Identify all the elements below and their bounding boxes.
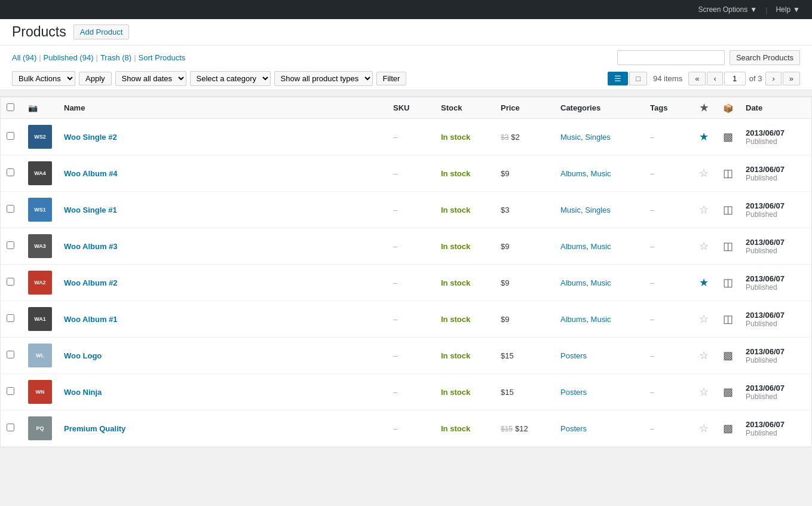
product-name-link[interactable]: Woo Album #4 [64, 169, 118, 178]
stock-status: In stock [441, 242, 470, 251]
featured-star-icon[interactable]: ☆ [699, 204, 709, 216]
row-checkbox[interactable] [7, 278, 14, 286]
filter-button[interactable]: Filter [376, 72, 407, 85]
product-name-link[interactable]: Woo Album #1 [64, 315, 118, 324]
product-type-filter-select[interactable]: Show all product types [274, 71, 373, 86]
row-featured-cell[interactable]: ★ [692, 265, 716, 301]
row-checkbox[interactable] [7, 241, 14, 249]
row-sku-cell: – [387, 410, 435, 447]
row-categories-cell: Music, Singles [554, 119, 644, 155]
featured-star-icon[interactable]: ☆ [699, 313, 709, 325]
category-link[interactable]: Albums [560, 169, 586, 178]
search-input[interactable] [617, 50, 725, 65]
row-featured-cell[interactable]: ☆ [692, 192, 716, 228]
row-checkbox[interactable] [7, 387, 14, 395]
bulk-actions-select[interactable]: Bulk Actions Delete Edit [12, 71, 75, 86]
category-link[interactable]: Singles [585, 133, 611, 142]
row-featured-cell[interactable]: ★ [692, 119, 716, 155]
featured-star-icon[interactable]: ☆ [699, 349, 709, 361]
row-price-cell: $9 [495, 301, 554, 338]
filter-trash-link[interactable]: Trash (8) [100, 53, 131, 62]
category-link[interactable]: Music [591, 169, 611, 178]
row-checkbox[interactable] [7, 351, 14, 358]
row-featured-cell[interactable]: ☆ [692, 338, 716, 374]
select-all-checkbox[interactable] [7, 103, 14, 111]
grid-view-button[interactable]: □ [629, 72, 647, 85]
list-view-button[interactable]: ☰ [608, 72, 628, 85]
row-type-cell: ◫ [716, 228, 740, 265]
prev-page-button[interactable]: ‹ [707, 72, 722, 85]
category-link[interactable]: Albums [560, 278, 586, 287]
category-filter-select[interactable]: Select a category [190, 71, 271, 86]
sku-sort-link[interactable]: SKU [393, 103, 409, 112]
category-link[interactable]: Music [560, 133, 581, 142]
category-link[interactable]: Music [591, 278, 611, 287]
price-sort-link[interactable]: Price [501, 103, 520, 112]
row-checkbox-cell [1, 338, 22, 374]
product-date: 2013/06/07 [746, 274, 805, 283]
row-name-cell: Woo Single #1 Edit | Quick Edit | Trash … [58, 192, 387, 228]
row-featured-cell[interactable]: ☆ [692, 301, 716, 338]
category-link[interactable]: Music [591, 242, 611, 251]
category-link[interactable]: Albums [560, 315, 586, 324]
help-button[interactable]: Help ▼ [771, 3, 805, 16]
featured-star-icon[interactable]: ☆ [699, 167, 709, 179]
name-sort-link[interactable]: Name [64, 103, 85, 112]
date-sort-link[interactable]: Date [746, 103, 762, 112]
apply-button[interactable]: Apply [79, 72, 112, 85]
page-title: Products [12, 24, 66, 40]
row-checkbox[interactable] [7, 132, 14, 140]
row-checkbox[interactable] [7, 168, 14, 176]
product-status: Published [746, 174, 805, 182]
screen-options-button[interactable]: Screen Options ▼ [693, 3, 762, 16]
next-page-button[interactable]: › [765, 72, 781, 85]
row-checkbox[interactable] [7, 205, 14, 213]
featured-star-icon[interactable]: ☆ [699, 422, 709, 434]
featured-star-icon[interactable]: ☆ [699, 240, 709, 252]
product-name-link[interactable]: Premium Quality [64, 424, 125, 433]
table-row: WA3 Woo Album #3 Edit | Quick Edit | Tra… [1, 228, 811, 265]
product-name-link[interactable]: Woo Ninja [64, 388, 102, 397]
sort-products-link[interactable]: Sort Products [139, 53, 186, 62]
featured-star-icon[interactable]: ★ [699, 131, 709, 143]
row-stock-cell: In stock [435, 119, 495, 155]
category-link[interactable]: Posters [560, 351, 587, 360]
category-link[interactable]: Music [560, 206, 581, 214]
search-products-button[interactable]: Search Products [730, 50, 800, 65]
row-featured-cell[interactable]: ☆ [692, 374, 716, 410]
row-featured-cell[interactable]: ☆ [692, 228, 716, 265]
category-link[interactable]: Music [591, 315, 611, 324]
category-link[interactable]: Albums [560, 242, 586, 251]
featured-star-icon[interactable]: ★ [699, 277, 709, 289]
row-sku-cell: – [387, 119, 435, 155]
product-name-link[interactable]: Woo Album #3 [64, 242, 118, 251]
filter-published-link[interactable]: Published (94) [44, 53, 94, 62]
stock-status: In stock [441, 169, 470, 178]
add-product-button[interactable]: Add Product [73, 24, 130, 39]
product-name-link[interactable]: Woo Single #1 [64, 206, 117, 214]
first-page-button[interactable]: « [688, 72, 706, 85]
row-checkbox[interactable] [7, 314, 14, 322]
product-status: Published [746, 392, 805, 401]
product-name-link[interactable]: Woo Logo [64, 351, 102, 360]
product-type-icon: ▩ [723, 386, 733, 398]
product-type-icon: ◫ [723, 313, 733, 325]
featured-star-icon[interactable]: ☆ [699, 386, 709, 398]
filter-all-link[interactable]: All (94) [12, 53, 36, 62]
tags-sort-link[interactable]: Tags [650, 103, 667, 112]
row-featured-cell[interactable]: ☆ [692, 155, 716, 192]
date-filter-select[interactable]: Show all dates [115, 71, 186, 86]
product-name-link[interactable]: Woo Single #2 [64, 133, 117, 142]
stock-sort-link[interactable]: Stock [441, 103, 462, 112]
category-link[interactable]: Posters [560, 388, 587, 397]
row-featured-cell[interactable]: ☆ [692, 410, 716, 447]
last-page-button[interactable]: » [783, 72, 800, 85]
top-bar: Screen Options ▼ | Help ▼ [0, 0, 812, 19]
category-link[interactable]: Posters [560, 424, 587, 433]
category-link[interactable]: Singles [585, 206, 611, 214]
row-checkbox[interactable] [7, 424, 14, 431]
product-name-link[interactable]: Woo Album #2 [64, 278, 118, 287]
product-type-icon: ◫ [723, 277, 733, 289]
page-input[interactable] [724, 72, 746, 85]
categories-sort-link[interactable]: Categories [560, 103, 600, 112]
